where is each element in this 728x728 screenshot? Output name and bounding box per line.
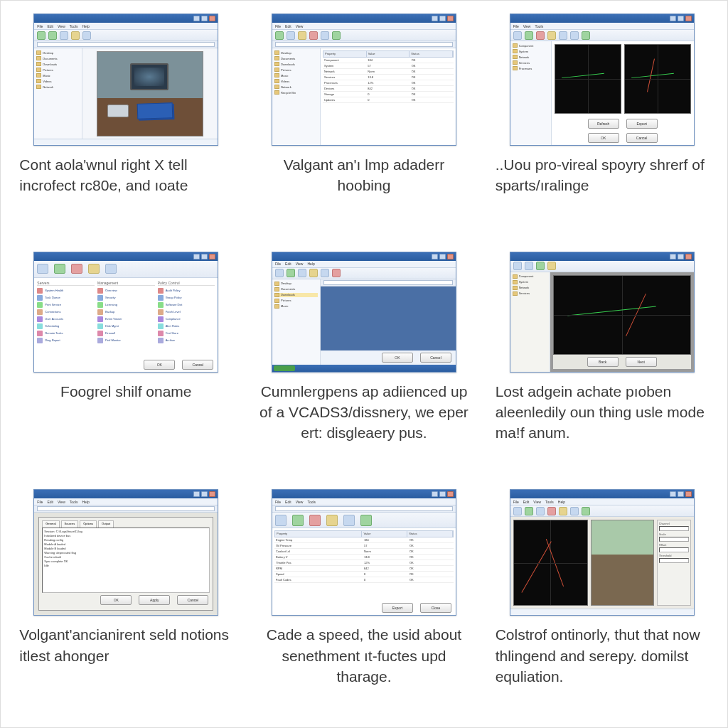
- forward-icon[interactable]: [48, 31, 57, 40]
- cp-link[interactable]: Backup: [97, 309, 155, 315]
- maximize-icon[interactable]: [439, 16, 446, 21]
- table-row[interactable]: Fault Codes0OK: [274, 577, 454, 583]
- tool-icon[interactable]: [275, 515, 287, 526]
- toolbar[interactable]: [272, 268, 456, 279]
- back-button[interactable]: Back: [587, 357, 619, 367]
- cp-link[interactable]: Print Service: [37, 302, 95, 308]
- tool-icon[interactable]: [547, 507, 556, 515]
- folders-icon[interactable]: [82, 31, 91, 40]
- cp-link[interactable]: Compliance: [158, 316, 215, 322]
- dialog-tabs[interactable]: General Sources Options Output: [42, 520, 210, 528]
- cancel-button[interactable]: Cancel: [420, 353, 451, 363]
- table-header[interactable]: PropertyValueStatus: [323, 50, 454, 58]
- tool-icon[interactable]: [536, 262, 545, 270]
- tool-icon[interactable]: [287, 269, 295, 277]
- maximize-icon[interactable]: [201, 16, 208, 21]
- close-icon[interactable]: [447, 16, 454, 21]
- minimize-icon[interactable]: [193, 16, 200, 21]
- table-row[interactable]: Oil Pressure57OK: [274, 543, 454, 549]
- category-icon[interactable]: [71, 264, 82, 274]
- cp-link[interactable]: Licensing: [97, 302, 155, 308]
- tool-icon[interactable]: [360, 515, 372, 526]
- table-row[interactable]: Updates0OK: [323, 97, 454, 103]
- toolbar[interactable]: [510, 30, 694, 41]
- tool-icon[interactable]: [547, 31, 556, 40]
- table-row[interactable]: Throttle Pos12%OK: [274, 560, 454, 566]
- tool-icon[interactable]: [536, 507, 545, 515]
- table-header[interactable]: PropertyValueStatus: [274, 530, 454, 537]
- oscilloscope-panel[interactable]: [513, 520, 589, 606]
- maximize-icon[interactable]: [201, 254, 208, 259]
- category-icon[interactable]: [37, 264, 48, 274]
- cp-link[interactable]: Firewall: [97, 331, 155, 336]
- channel-field[interactable]: [659, 526, 689, 531]
- close-button[interactable]: Close: [420, 603, 451, 613]
- maximize-icon[interactable]: [439, 254, 446, 259]
- minimize-icon[interactable]: [670, 254, 676, 259]
- tool-icon[interactable]: [513, 507, 522, 515]
- cancel-button[interactable]: Cancel: [177, 595, 208, 605]
- cp-link[interactable]: Alert Rules: [158, 323, 215, 329]
- cp-link[interactable]: Remote Tasks: [37, 331, 95, 336]
- thumb-4[interactable]: Servers System HealthTask QueuePrint Ser…: [33, 252, 218, 373]
- tool-icon[interactable]: [536, 31, 545, 40]
- maximize-icon[interactable]: [678, 491, 684, 497]
- cp-link[interactable]: Audit Policy: [158, 288, 215, 294]
- tool-icon[interactable]: [559, 31, 567, 40]
- minimize-icon[interactable]: [432, 254, 438, 259]
- menubar[interactable]: FileEditViewToolsHelp: [34, 498, 218, 505]
- nav-icon[interactable]: [321, 31, 329, 40]
- cp-link[interactable]: Diag Report: [37, 338, 95, 343]
- empty-workspace[interactable]: [321, 287, 456, 350]
- toolbar[interactable]: [510, 261, 694, 272]
- scale-field[interactable]: [659, 537, 689, 542]
- table-row[interactable]: Devices842OK: [323, 86, 454, 92]
- category-icon[interactable]: [88, 264, 100, 274]
- folder-tree[interactable]: Desktop Documents Downloads Pictures Mus…: [272, 48, 321, 145]
- thumb-5[interactable]: FileEditViewHelp Desktop Documents Downl…: [272, 252, 456, 373]
- thumb-8[interactable]: FileEditViewTools PropertyValueStatus En…: [272, 489, 456, 616]
- tool-icon[interactable]: [525, 31, 533, 40]
- addressbar[interactable]: [272, 41, 456, 48]
- tab[interactable]: General: [42, 520, 59, 528]
- maximize-icon[interactable]: [201, 491, 208, 497]
- cp-link[interactable]: User Accounts: [37, 316, 95, 322]
- channel-list[interactable]: Component System Network Services: [510, 272, 550, 372]
- cp-link[interactable]: Archive: [158, 338, 215, 343]
- up-icon[interactable]: [60, 31, 68, 40]
- table-row[interactable]: Coolant LvlNormOK: [274, 549, 454, 555]
- ok-button[interactable]: OK: [100, 595, 132, 605]
- export-button[interactable]: Export: [626, 119, 658, 129]
- minimize-icon[interactable]: [432, 16, 438, 21]
- addressbar[interactable]: [34, 41, 218, 48]
- close-icon[interactable]: [447, 254, 454, 259]
- oscilloscope-panel[interactable]: [553, 275, 691, 355]
- close-icon[interactable]: [209, 491, 215, 497]
- taskbar[interactable]: [272, 365, 456, 372]
- cp-link[interactable]: Cert Store: [158, 331, 215, 336]
- close-icon[interactable]: [447, 491, 454, 497]
- category-icon[interactable]: [105, 264, 117, 274]
- cancel-button[interactable]: Cancel: [182, 360, 213, 370]
- cp-link[interactable]: Perf Monitor: [97, 338, 155, 343]
- tool-icon[interactable]: [292, 515, 304, 526]
- table-row[interactable]: Services13.8OK: [323, 75, 454, 80]
- thumb-9[interactable]: FileEditViewToolsHelp Channel Scale Offs…: [510, 489, 695, 616]
- search-icon[interactable]: [71, 31, 80, 40]
- close-icon[interactable]: [209, 16, 215, 21]
- tool-icon[interactable]: [570, 507, 579, 515]
- tool-icon[interactable]: [547, 262, 556, 270]
- cp-link[interactable]: Overview: [97, 288, 155, 294]
- table-row[interactable]: System57OK: [323, 63, 454, 69]
- tool-icon[interactable]: [559, 507, 567, 515]
- table-row[interactable]: NetworkNormOK: [323, 69, 454, 75]
- cp-link[interactable]: Patch Level: [158, 309, 215, 315]
- tool-icon[interactable]: [570, 31, 579, 40]
- tool-icon[interactable]: [309, 515, 321, 526]
- table-row[interactable]: Speed0OK: [274, 572, 454, 577]
- nav-icon[interactable]: [332, 31, 341, 40]
- cp-link[interactable]: Event Viewer: [97, 316, 155, 322]
- tool-icon[interactable]: [525, 507, 533, 515]
- oscilloscope-panel[interactable]: [555, 44, 621, 114]
- minimize-icon[interactable]: [193, 491, 200, 497]
